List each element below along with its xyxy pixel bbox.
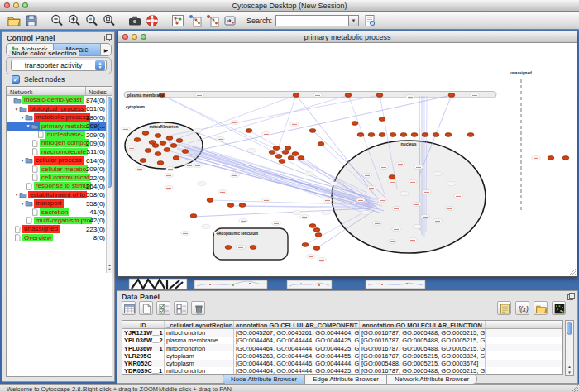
network-node[interactable] xyxy=(315,233,322,237)
network-node[interactable] xyxy=(400,133,407,137)
help-lifesaver-icon[interactable] xyxy=(145,13,160,28)
network-node[interactable] xyxy=(160,141,166,146)
search-input[interactable] xyxy=(275,15,348,26)
scrollbar-thumb[interactable] xyxy=(567,322,572,335)
network-node[interactable] xyxy=(140,159,146,163)
network-node[interactable] xyxy=(288,156,294,160)
resize-grip-icon[interactable] xyxy=(572,385,578,392)
float-panel-icon[interactable] xyxy=(104,34,112,41)
network-node[interactable] xyxy=(155,134,161,138)
float-panel-icon[interactable] xyxy=(567,293,575,300)
network-node[interactable] xyxy=(390,133,396,137)
table-row[interactable]: YKR052Ccytoplasm[GO:0044464, GO:0044446,… xyxy=(122,360,562,367)
network-node[interactable] xyxy=(293,93,299,98)
tree-row[interactable]: response to stimul264(0) xyxy=(7,182,112,190)
chevron-down-icon[interactable]: ▼ xyxy=(348,15,359,26)
import-folder-icon[interactable] xyxy=(534,301,548,315)
scrollbar-arrows-icon[interactable]: ▲▼ xyxy=(107,263,112,271)
tree-row[interactable]: ▼cellular process614(0) xyxy=(7,156,112,165)
save-icon[interactable] xyxy=(24,13,39,28)
matrix-icon[interactable] xyxy=(552,301,566,315)
tree-row[interactable]: ▼establishment of lo558(0) xyxy=(7,190,112,198)
tree-row[interactable]: ▼transport558(0) xyxy=(7,199,112,208)
network-node[interactable] xyxy=(379,133,385,137)
network-node[interactable] xyxy=(142,131,149,136)
scrollbar-thumb[interactable] xyxy=(108,97,112,188)
network-node[interactable] xyxy=(411,133,418,137)
network-node[interactable] xyxy=(157,161,164,165)
network-node[interactable] xyxy=(190,214,197,218)
destroy-view-icon[interactable] xyxy=(205,13,220,28)
network-node[interactable] xyxy=(239,203,246,208)
tree-row[interactable]: ▼biological_process651(0) xyxy=(7,104,112,112)
network-node[interactable] xyxy=(227,203,234,208)
table-row[interactable]: YPL036W__2plasma membrane[GO:0044464, GO… xyxy=(122,337,562,344)
col-header-region[interactable]: _cellularLayoutRegion xyxy=(165,321,234,328)
network-node[interactable] xyxy=(313,228,320,232)
network-node[interactable] xyxy=(269,151,275,155)
tree-row[interactable]: nucleobase-209(0) xyxy=(7,131,112,139)
tree-row[interactable]: macromolecule311(0) xyxy=(7,147,112,155)
col-header-id[interactable]: ID xyxy=(122,321,165,328)
network-node[interactable] xyxy=(134,138,141,142)
network-node[interactable] xyxy=(164,148,170,152)
tab-overflow-arrow[interactable]: ▶ xyxy=(101,44,111,55)
tree-row[interactable]: unassigned223(0) xyxy=(7,225,112,233)
network-node[interactable] xyxy=(273,146,280,151)
network-node[interactable] xyxy=(152,144,159,148)
scroll-up-icon[interactable]: ▲ xyxy=(566,365,573,369)
network-node[interactable] xyxy=(302,243,309,247)
network-node[interactable] xyxy=(376,93,383,98)
network-node[interactable] xyxy=(182,150,189,154)
tree-row[interactable]: secretion41(0) xyxy=(7,208,112,216)
network-node[interactable] xyxy=(170,144,177,148)
create-view-icon[interactable] xyxy=(188,13,203,28)
network-node[interactable] xyxy=(548,156,554,160)
network-node[interactable] xyxy=(298,156,304,160)
table-row[interactable]: YPL036W__1mitochondrion[GO:0044464, GO:0… xyxy=(122,344,562,351)
delete-attribute-icon[interactable] xyxy=(191,301,205,315)
network-node[interactable] xyxy=(562,156,569,160)
network-node[interactable] xyxy=(225,246,232,250)
network-node[interactable] xyxy=(285,146,291,151)
network-node[interactable] xyxy=(292,152,299,156)
network-import-icon[interactable] xyxy=(170,13,185,28)
tree-scrollbar[interactable]: ▲▼ xyxy=(106,96,112,273)
table-row[interactable]: YLR295Ccytoplasm[GO:0045263, GO:0044464,… xyxy=(122,351,562,359)
create-attribute-icon[interactable] xyxy=(139,301,153,315)
network-node[interactable] xyxy=(467,133,474,137)
network-node[interactable] xyxy=(207,198,213,203)
network-node[interactable] xyxy=(318,142,324,146)
network-node[interactable] xyxy=(368,133,375,137)
tree-row[interactable]: ▼primary metabo209(... xyxy=(7,122,112,130)
tree-row[interactable]: multi-organism pro42(0) xyxy=(7,216,112,224)
network-node[interactable] xyxy=(422,133,428,137)
camera-icon[interactable] xyxy=(127,13,142,28)
node-color-dropdown[interactable]: transporter activity ▲▼ xyxy=(11,60,107,71)
network-node[interactable] xyxy=(173,156,179,160)
network-node[interactable] xyxy=(445,133,452,137)
tree-row[interactable]: mosaic-demo-yeast874(0) xyxy=(7,96,112,104)
function-icon[interactable]: f(x) xyxy=(515,301,529,315)
tree-row[interactable]: nitrogen compo209(0) xyxy=(7,139,112,147)
select-nodes-checkbox[interactable]: ✓ xyxy=(12,75,20,84)
open-folder-icon[interactable] xyxy=(7,13,22,28)
tree-row[interactable]: Overview8(0) xyxy=(7,233,112,241)
network-node[interactable] xyxy=(352,122,358,126)
tree-row[interactable]: ▼metabolic process280(0) xyxy=(7,113,112,122)
select-all-icon[interactable] xyxy=(156,301,170,315)
zoom-selected-icon[interactable] xyxy=(84,13,99,28)
search-advanced-icon[interactable] xyxy=(362,13,377,28)
network-node[interactable] xyxy=(246,129,252,133)
network-node[interactable] xyxy=(279,160,285,164)
network-node[interactable] xyxy=(145,149,151,153)
col-header-molecular[interactable]: annotation.GO MOLECULAR_FUNCTION xyxy=(360,321,486,328)
tab-node-attribute-browser[interactable]: Node Attribute Browser xyxy=(223,375,305,384)
network-node[interactable] xyxy=(357,133,364,137)
zoom-fit-icon[interactable] xyxy=(102,13,117,28)
network-node[interactable] xyxy=(379,117,385,122)
table-scrollbar[interactable]: ▲ ▼ xyxy=(565,320,574,376)
zoom-in-icon[interactable] xyxy=(67,13,82,28)
table-row[interactable]: YJR121W__1mitochondrion[GO:0045267, GO:0… xyxy=(122,329,562,337)
network-node[interactable] xyxy=(309,224,316,228)
